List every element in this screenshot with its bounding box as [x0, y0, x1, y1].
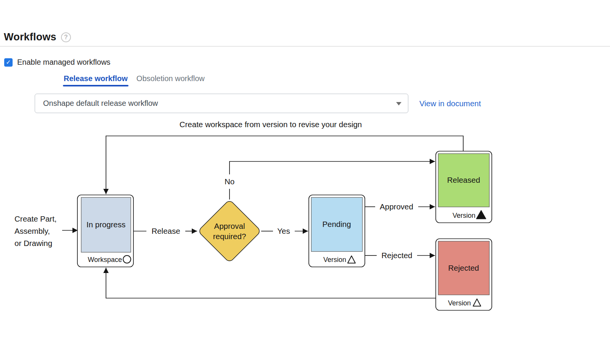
node-rejected-label: Rejected [448, 263, 479, 272]
edge-label-release: Release [151, 227, 180, 235]
node-in-progress-sublabel: Workspace [88, 256, 122, 263]
edge-label-yes: Yes [277, 227, 290, 235]
svg-text:Assembly,: Assembly, [14, 227, 50, 235]
decision-label-line2: required? [213, 232, 246, 241]
edge-label-approved: Approved [380, 202, 413, 211]
decision-diamond [198, 200, 261, 263]
node-rejected: Rejected Version [436, 239, 492, 310]
node-in-progress: In progress Workspace [77, 195, 133, 267]
rejected-to-inprogress-loop [106, 268, 436, 298]
node-pending-label: Pending [322, 220, 351, 228]
released-to-inprogress-loop [106, 136, 463, 194]
diagram-caption: Create workspace from version to revise … [180, 120, 362, 129]
node-in-progress-label: In progress [87, 220, 126, 229]
release-workflow-diagram: Create workspace from version to revise … [0, 0, 610, 364]
decision-label-line1: Approval [214, 222, 245, 230]
node-pending-sublabel: Version [323, 256, 346, 263]
svg-text:Create Part,: Create Part, [14, 214, 57, 223]
node-released-label: Released [447, 176, 480, 184]
node-rejected-sublabel: Version [448, 299, 471, 307]
edge-label-no: No [225, 177, 234, 186]
node-released-sublabel: Version [453, 212, 475, 219]
svg-text:or Drawing: or Drawing [14, 239, 52, 247]
edge-label-rejected: Rejected [382, 251, 413, 260]
node-released: Released Version [436, 151, 492, 223]
no-arrow [230, 161, 435, 174]
entry-label: Create Part, Assembly, or Drawing [14, 214, 57, 247]
decision-approval-required: Approval required? [198, 200, 261, 263]
node-pending: Pending Version [309, 195, 365, 267]
